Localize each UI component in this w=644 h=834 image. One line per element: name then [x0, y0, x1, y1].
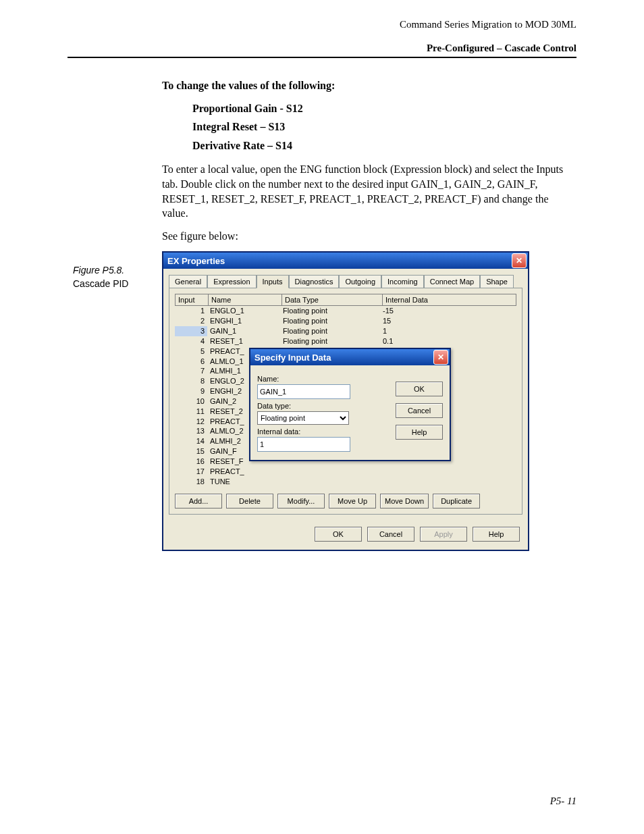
cell-index: 9: [175, 386, 207, 396]
header-data: Internal Data: [383, 294, 483, 305]
cell-name: TUNE: [207, 477, 280, 487]
ok-button[interactable]: OK: [315, 527, 362, 542]
cell-name: RESET_1: [207, 336, 280, 346]
cell-index: 11: [175, 407, 207, 417]
help-button[interactable]: Help: [473, 527, 520, 542]
inner-title: Specify Input Data: [254, 353, 331, 363]
data-type-select[interactable]: Floating point: [257, 411, 349, 425]
cell-index: 4: [175, 336, 207, 346]
page-number: P5- 11: [550, 796, 576, 807]
modify--button[interactable]: Modify...: [277, 494, 325, 509]
cell-data: 0.1: [380, 336, 480, 346]
inner-ok-button[interactable]: OK: [396, 382, 443, 396]
window-title: EX Properties: [167, 256, 225, 266]
dialog-footer: OKCancelApplyHelp: [163, 520, 528, 550]
cell-index: 16: [175, 457, 207, 467]
internal-data-input[interactable]: [257, 437, 350, 452]
header-type: Data Type: [282, 294, 383, 305]
cell-index: 17: [175, 467, 207, 477]
internal-data-label: Internal data:: [257, 427, 389, 436]
inner-help-button[interactable]: Help: [396, 425, 443, 440]
data-type-label: Data type:: [257, 402, 389, 410]
cell-index: 5: [175, 346, 207, 357]
grid-header: Input Name Data Type Internal Data: [175, 294, 516, 306]
inner-cancel-button[interactable]: Cancel: [396, 403, 443, 418]
cell-index: 1: [175, 306, 207, 316]
delete-button[interactable]: Delete: [226, 494, 273, 509]
tab-shape[interactable]: Shape: [480, 275, 514, 288]
cell-type: Floating point: [280, 336, 380, 346]
cell-name: PREACT_: [207, 467, 280, 477]
table-row[interactable]: 3GAIN_1Floating point1: [175, 326, 516, 336]
inner-titlebar[interactable]: Specify Input Data ✕: [250, 349, 450, 365]
window-titlebar[interactable]: EX Properties ✕: [163, 253, 528, 269]
tab-diagnostics[interactable]: Diagnostics: [289, 275, 340, 288]
doc-header-title: Command Series Migration to MOD 30ML: [68, 19, 576, 30]
cell-data: [380, 467, 480, 477]
table-row[interactable]: 1ENGLO_1Floating point-15: [175, 306, 516, 316]
duplicate-button[interactable]: Duplicate: [433, 494, 480, 509]
table-row[interactable]: 4RESET_1Floating point0.1: [175, 336, 516, 346]
cell-index: 3: [175, 326, 207, 336]
close-icon[interactable]: ✕: [433, 350, 448, 365]
cell-index: 7: [175, 366, 207, 376]
ex-properties-window: EX Properties ✕ GeneralExpressionInputsD…: [162, 251, 529, 550]
cell-index: 13: [175, 426, 207, 436]
cell-name: ENGHI_1: [207, 316, 280, 326]
param-item: Derivative Rate – S14: [192, 138, 576, 153]
close-icon[interactable]: ✕: [512, 253, 527, 268]
cell-index: 18: [175, 477, 207, 487]
cell-index: 6: [175, 357, 207, 367]
cell-data: 1: [380, 326, 480, 336]
tab-connect-map[interactable]: Connect Map: [424, 275, 480, 288]
header-input: Input: [176, 294, 209, 305]
apply-button: Apply: [420, 527, 467, 542]
name-label: Name:: [257, 375, 389, 383]
cell-index: 12: [175, 417, 207, 427]
cell-type: [280, 467, 380, 477]
inputs-tab-pane: Input Name Data Type Internal Data 1ENGL…: [169, 288, 522, 514]
add--button[interactable]: Add...: [175, 494, 222, 509]
header-rule: [68, 57, 576, 58]
tab-general[interactable]: General: [169, 275, 207, 288]
cell-type: Floating point: [280, 326, 380, 336]
cell-index: 10: [175, 396, 207, 407]
figure-caption: Cascade PID: [73, 278, 161, 289]
doc-header-section: Pre-Configured – Cascade Control: [68, 43, 576, 54]
cell-name: ENGLO_1: [207, 306, 280, 316]
cancel-button[interactable]: Cancel: [367, 527, 414, 542]
figure-number: Figure P5.8.: [73, 265, 161, 276]
see-below: See figure below:: [162, 229, 576, 244]
cell-index: 15: [175, 446, 207, 457]
tab-incoming[interactable]: Incoming: [381, 275, 424, 288]
cell-index: 14: [175, 436, 207, 446]
table-row[interactable]: 17PREACT_: [175, 467, 516, 477]
cell-data: [380, 477, 480, 487]
param-item: Integral Reset – S13: [192, 120, 576, 134]
cell-data: -15: [380, 306, 480, 316]
cell-type: [280, 477, 380, 487]
move-down-button[interactable]: Move Down: [380, 494, 429, 509]
cell-name: GAIN_1: [207, 326, 280, 336]
param-list: Proportional Gain - S12 Integral Reset –…: [192, 101, 576, 153]
instruction-paragraph: To enter a local value, open the ENG fun…: [162, 162, 576, 220]
specify-input-dialog: Specify Input Data ✕ Name: Data type: Fl…: [249, 348, 451, 461]
lead-text: To change the values of the following:: [162, 78, 576, 93]
tab-expression[interactable]: Expression: [207, 275, 256, 288]
tab-inputs[interactable]: Inputs: [257, 275, 289, 288]
cell-index: 8: [175, 376, 207, 386]
table-row[interactable]: 18TUNE: [175, 477, 516, 487]
cell-index: 2: [175, 316, 207, 326]
param-item: Proportional Gain - S12: [192, 101, 576, 116]
header-name: Name: [209, 294, 282, 305]
tab-outgoing[interactable]: Outgoing: [339, 275, 381, 288]
grid-button-row: Add...DeleteModify...Move UpMove DownDup…: [175, 494, 516, 509]
table-row[interactable]: 2ENGHI_1Floating point15: [175, 316, 516, 326]
name-input[interactable]: [257, 384, 350, 399]
cell-data: 15: [380, 316, 480, 326]
move-up-button[interactable]: Move Up: [329, 494, 376, 509]
cell-type: Floating point: [280, 316, 380, 326]
cell-type: Floating point: [280, 306, 380, 316]
tab-strip: GeneralExpressionInputsDiagnosticsOutgoi…: [163, 269, 528, 288]
